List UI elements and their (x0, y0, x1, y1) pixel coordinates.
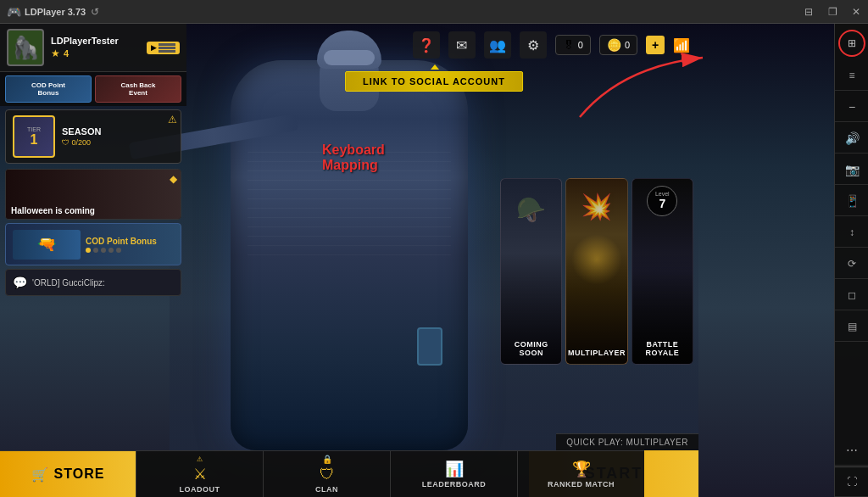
tool-rotate[interactable]: ⟳ (835, 248, 868, 279)
season-title: SEASON (62, 126, 174, 137)
carousel-dots (86, 248, 157, 253)
leaderboard-label: LEADERBOARD (422, 480, 487, 489)
tier-badge: TIER 1 (13, 115, 55, 158)
game-area: 🦍 LDPlayerTester ★ 4 ▶ COD P (0, 24, 868, 497)
bottom-nav: 🛒 STORE ⚠ ⚔ LOADOUT 🔒 🛡 CLAN 📊 LEADERBOA… (0, 450, 644, 497)
minimize-button[interactable]: ⊟ (797, 0, 821, 24)
multiplayer-mode[interactable]: 💥 MULTIPLAYER (565, 178, 627, 365)
nav-ranked-match[interactable]: 🏆 RANKED MATCH (517, 451, 644, 497)
clan-label: CLAN (315, 485, 338, 494)
social-arrow (431, 64, 439, 70)
coming-soon-label: COMING SOON (501, 340, 561, 357)
soldier-device (417, 327, 442, 366)
quick-play-label: QUICK PLAY: MULTIPLAYER (556, 433, 698, 450)
dot-1 (86, 248, 91, 253)
wifi-icon: 📶 (673, 37, 690, 53)
mode-overlay (501, 179, 561, 364)
cod-bonus-label: COD Point Bonus (86, 237, 157, 246)
play-icon: ▶ (151, 43, 157, 52)
grid-icon: ⊞ (848, 37, 856, 49)
gun-icon: 🔫 (13, 230, 81, 260)
store-button[interactable]: 🛒 STORE (0, 451, 136, 497)
tool-more[interactable]: ⋯ (835, 435, 868, 466)
friends-button[interactable]: 👥 (484, 31, 511, 59)
refresh-icon[interactable]: ↺ (91, 6, 99, 18)
dot-5 (116, 248, 121, 253)
social-link-banner[interactable]: LINK TO SOCIAL ACCOUNT (345, 71, 523, 92)
tool-camera[interactable]: 📷 (835, 154, 868, 185)
tier-label: TIER (27, 126, 41, 132)
cod-bonus-info: COD Point Bonus (86, 237, 157, 253)
close-button[interactable]: ✕ (844, 0, 868, 24)
store-label: STORE (54, 466, 105, 482)
ldplayer-sidebar: ⊞ ≡ − 🔊 📷 📱 ↕ ⟳ ◻ ▤ ⋯ ⛶ (834, 24, 868, 497)
promo-banners: COD PointBonus Cash BackEvent (0, 72, 186, 106)
multiplayer-label: MULTIPLAYER (566, 349, 626, 357)
avatar: 🦍 (7, 29, 44, 66)
cod-bonus-card[interactable]: 🔫 COD Point Bonus (5, 223, 181, 265)
mail-button[interactable]: ✉ (448, 31, 476, 59)
season-progress: 🛡 0/200 (62, 138, 174, 147)
loadout-icon: ⚔ (193, 465, 207, 483)
chat-message: 'ORLD] GucciClipz: (32, 278, 105, 288)
battle-royale-label: BATTLEROYALE (632, 340, 693, 357)
halloween-banner[interactable]: ◆ Halloween is coming (5, 169, 181, 220)
tool-speaker[interactable]: 🔊 (835, 123, 868, 154)
cashback-promo-banner[interactable]: Cash BackEvent (95, 75, 181, 103)
warn-diamond: ◆ (170, 173, 177, 185)
cod-promo-banner[interactable]: COD PointBonus (5, 75, 92, 103)
help-button[interactable]: ❓ (413, 31, 440, 59)
game-topbar: ❓ ✉ 👥 ⚙ 🎖 0 🪙 0 + 📶 (186, 24, 698, 66)
profile-info: LDPlayerTester ★ 4 (51, 36, 140, 59)
nav-leaderboard[interactable]: 📊 LEADERBOARD (390, 451, 517, 497)
quick-play-text: QUICK PLAY: MULTIPLAYER (566, 438, 688, 447)
gold-currency[interactable]: 🪙 0 (599, 35, 637, 55)
cp-value: 0 (578, 40, 583, 50)
premium-currency[interactable]: 🎖 0 (555, 35, 591, 55)
ranked-label: RANKED MATCH (548, 480, 615, 489)
video-button[interactable]: ▶ (147, 42, 180, 54)
nav-clan[interactable]: 🔒 🛡 CLAN (263, 451, 390, 497)
season-info: SEASON 🛡 0/200 (62, 126, 174, 147)
app-title: LDPlayer 3.73 (25, 7, 86, 17)
tool-phone[interactable]: 📱 (835, 186, 868, 216)
tier-number: 1 (31, 132, 38, 148)
level-number: 4 (64, 48, 69, 59)
coming-soon-mode[interactable]: 🪖 COMING SOON (500, 178, 562, 365)
maximize-button[interactable]: ❐ (821, 0, 844, 24)
nav-items: ⚠ ⚔ LOADOUT 🔒 🛡 CLAN 📊 LEADERBOARD 🏆 RAN… (136, 451, 644, 497)
cp-icon: 🎖 (563, 38, 575, 52)
loadout-label: LOADOUT (180, 485, 220, 494)
keyboard-mapping-tool[interactable]: ⊞ (838, 30, 865, 57)
tool-resize[interactable]: ↕ (835, 217, 868, 248)
clan-icon: 🛡 (320, 466, 335, 483)
tool-list-btn[interactable]: ▤ (835, 311, 868, 342)
nav-loadout[interactable]: ⚠ ⚔ LOADOUT (136, 451, 263, 497)
dot-2 (93, 248, 98, 253)
mode-overlay-mp (566, 179, 626, 364)
add-currency-button[interactable]: + (646, 36, 665, 54)
battle-royale-mode[interactable]: Level 7 BATTLEROYALE (632, 178, 693, 365)
warn-icon: ⚠ (168, 114, 177, 126)
profile-level: ★ 4 (51, 47, 140, 59)
settings-button[interactable]: ⚙ (520, 31, 547, 59)
tool-minus[interactable]: − (835, 92, 868, 122)
tool-square[interactable]: ◻ (835, 280, 868, 310)
tool-menu[interactable]: ≡ (835, 60, 868, 91)
ranked-icon: 🏆 (572, 460, 591, 478)
cod-banner-label: COD PointBonus (31, 81, 65, 97)
tool-fullscreen[interactable]: ⛶ (835, 466, 868, 497)
titlebar: 🎮 LDPlayer 3.73 ↺ ⊟ ❐ ✕ (0, 0, 868, 24)
chat-bar[interactable]: 💬 'ORLD] GucciClipz: (5, 269, 181, 296)
mode-overlay-br (632, 179, 693, 364)
tool-list: ⊞ ≡ − 🔊 📷 📱 ↕ ⟳ ◻ ▤ ⋯ ⛶ (835, 24, 868, 497)
soldier-body (231, 60, 468, 450)
season-card[interactable]: TIER 1 SEASON 🛡 0/200 ⚠ (5, 109, 181, 164)
app-logo: 🎮 (7, 5, 21, 19)
store-icon: 🛒 (31, 466, 49, 483)
cashback-banner-label: Cash BackEvent (121, 81, 156, 97)
window-controls: ⊟ ❐ ✕ (797, 0, 868, 24)
leaderboard-icon: 📊 (445, 460, 464, 478)
gold-value: 0 (625, 40, 630, 50)
dot-4 (108, 248, 114, 253)
